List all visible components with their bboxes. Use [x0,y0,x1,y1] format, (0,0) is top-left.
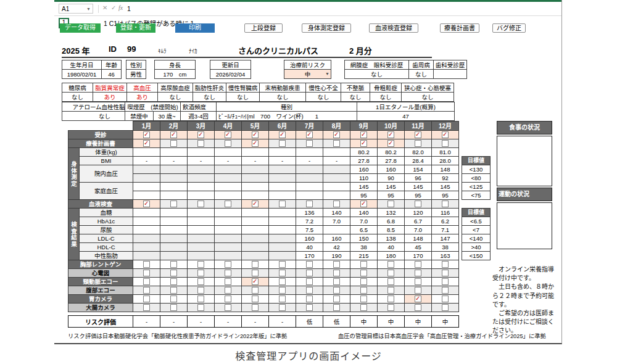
check-cell[interactable] [378,260,405,269]
checkbox[interactable] [252,270,259,276]
meal-status-box[interactable] [497,136,552,186]
checkbox[interactable] [333,201,340,207]
check-cell[interactable] [432,260,459,269]
check-cell[interactable] [350,269,378,278]
checkbox[interactable] [387,270,394,276]
check-cell[interactable] [160,200,188,209]
check-cell[interactable] [432,304,459,312]
checkbox[interactable] [252,296,259,302]
checkbox[interactable] [170,296,177,302]
check-cell[interactable] [378,200,405,209]
check-cell[interactable] [378,295,405,304]
check-cell[interactable] [188,295,215,304]
checkbox[interactable] [197,270,204,276]
checkbox[interactable] [442,140,449,147]
checkbox[interactable] [279,287,286,294]
checkbox[interactable] [360,287,367,294]
check-cell[interactable] [215,200,242,209]
checkbox[interactable] [279,131,286,138]
check-cell[interactable] [432,200,459,209]
checkbox[interactable] [306,261,313,268]
checkbox[interactable] [279,261,286,268]
checkbox[interactable] [197,261,204,268]
checkbox[interactable] [360,131,367,138]
check-cell[interactable] [296,278,323,286]
check-cell[interactable] [133,260,160,269]
checkbox[interactable] [252,261,259,268]
checkbox[interactable] [170,140,177,147]
checkbox[interactable] [170,131,177,138]
checkbox[interactable] [387,261,394,268]
checkbox[interactable] [387,201,394,207]
checkbox[interactable] [360,201,367,207]
check-cell[interactable] [242,200,269,209]
check-cell[interactable] [405,295,432,304]
checkbox[interactable] [225,201,231,207]
check-cell[interactable] [350,295,378,304]
check-cell[interactable] [405,286,432,295]
checkbox[interactable] [306,201,313,207]
checkbox[interactable] [415,261,421,268]
upper-row-register-button[interactable]: 上段登録 [244,23,283,33]
checkbox[interactable] [170,201,177,207]
checkbox[interactable] [333,131,340,138]
checkbox[interactable] [252,278,259,285]
check-cell[interactable] [160,131,188,139]
check-cell[interactable] [296,286,323,295]
cell-name-box[interactable]: A1 ▼ [59,4,93,14]
check-cell[interactable] [160,295,188,304]
pre-risk-dropdown[interactable]: 中▼ [284,70,331,79]
bug-fix-button[interactable]: バグ修正 [492,23,526,33]
check-cell[interactable] [323,139,350,148]
check-cell[interactable] [323,200,350,209]
checkbox[interactable] [442,201,449,207]
check-cell[interactable] [133,131,160,139]
check-cell[interactable] [215,269,242,278]
checkbox[interactable] [306,131,313,138]
check-cell[interactable] [296,269,323,278]
checkbox[interactable] [415,201,421,207]
checkbox[interactable] [170,278,177,285]
body-measurement-register-button[interactable]: 身体測定登録 [302,23,351,33]
check-cell[interactable] [378,304,405,312]
check-cell[interactable] [323,260,350,269]
check-cell[interactable] [160,304,188,312]
checkbox[interactable] [333,270,340,276]
checkbox[interactable] [143,270,150,276]
checkbox[interactable] [306,270,313,276]
check-cell[interactable] [350,200,378,209]
check-cell[interactable] [405,200,432,209]
checkbox[interactable] [442,278,449,285]
checkbox[interactable] [442,296,449,302]
check-cell[interactable] [323,295,350,304]
checkbox[interactable] [333,278,340,285]
checkbox[interactable] [170,287,177,294]
check-cell[interactable] [350,278,378,286]
check-cell[interactable] [133,139,160,148]
checkbox[interactable] [442,287,449,294]
print-button[interactable]: 印刷 [175,23,215,33]
check-cell[interactable] [133,295,160,304]
check-cell[interactable] [432,295,459,304]
checkbox[interactable] [387,304,394,311]
check-cell[interactable] [160,278,188,286]
checkbox[interactable] [252,140,259,147]
check-cell[interactable] [296,131,323,139]
fx-icon[interactable]: fx [118,4,123,11]
check-cell[interactable] [242,260,269,269]
checkbox[interactable] [306,296,313,302]
checkbox[interactable] [415,304,421,311]
check-cell[interactable] [133,286,160,295]
checkbox[interactable] [143,304,150,311]
check-cell[interactable] [188,286,215,295]
checkbox[interactable] [143,278,150,285]
check-cell[interactable] [215,139,242,148]
checkbox[interactable] [333,261,340,268]
checkbox[interactable] [387,140,394,147]
checkbox[interactable] [143,201,150,207]
blood-test-register-button[interactable]: 血液検査登録 [369,23,418,33]
checkbox[interactable] [415,270,421,276]
checkbox[interactable] [143,131,150,138]
check-cell[interactable] [188,139,215,148]
check-cell[interactable] [160,269,188,278]
